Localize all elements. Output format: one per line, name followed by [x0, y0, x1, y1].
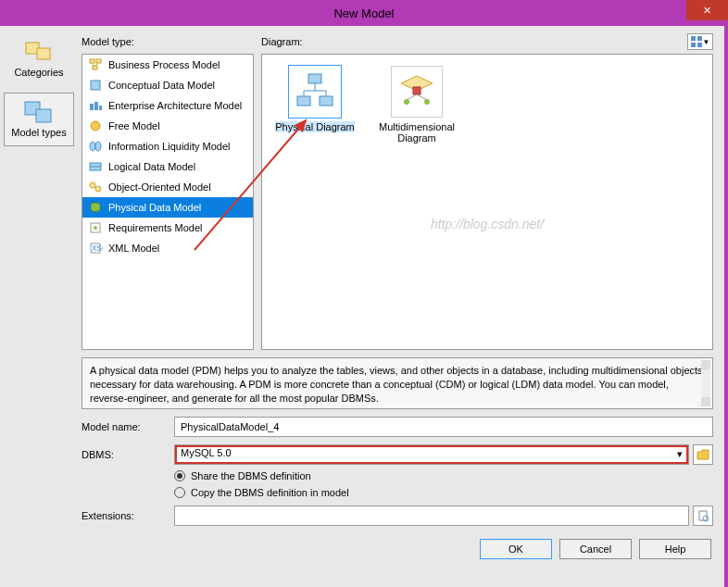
close-button[interactable]: ✕ [686, 0, 728, 20]
categories-icon [24, 41, 54, 63]
main-area: Categories Model types Model type: Diagr… [0, 26, 728, 587]
content-area: Model type: Diagram: ▼ Business Process … [78, 26, 728, 587]
radio-icon [174, 470, 185, 481]
dbms-value: MySQL 5.0 [181, 447, 232, 458]
model-name-label: Model name: [82, 421, 170, 432]
svg-rect-10 [93, 66, 97, 69]
list-item: Enterprise Architecture Model [82, 95, 253, 116]
diagram-header: Diagram: [261, 36, 680, 47]
list-item-label: XML Model [108, 243, 159, 254]
list-item-label: Physical Data Model [108, 202, 201, 213]
svg-rect-35 [413, 87, 420, 94]
svg-rect-6 [691, 43, 696, 47]
model-types-icon [24, 101, 54, 123]
svg-rect-30 [320, 96, 333, 106]
title-bar: New Model ✕ [0, 0, 728, 26]
view-mode-button[interactable]: ▼ [687, 33, 713, 50]
svg-rect-4 [691, 36, 696, 41]
help-button[interactable]: Help [639, 539, 711, 559]
list-item-label: Object-Oriented Model [108, 181, 211, 193]
list-item-label: Requirements Model [108, 222, 203, 233]
categories-label: Categories [14, 67, 63, 78]
window-title: New Model [333, 6, 394, 20]
browse-dbms-button[interactable] [693, 444, 713, 465]
list-item: Object-Oriented Model [82, 177, 253, 197]
model-icon [88, 221, 103, 234]
svg-text:xsd: xsd [92, 242, 103, 253]
folder-icon [697, 448, 709, 461]
model-icon [88, 140, 103, 153]
list-item-label: Enterprise Architecture Model [108, 100, 242, 111]
model-icon [88, 119, 103, 132]
radio-share[interactable]: Share the DBMS definition [174, 470, 713, 481]
annotation-highlight [175, 445, 688, 464]
model-icon: xsd [88, 242, 103, 255]
diagram-item-physical[interactable]: Physical Diagram [273, 66, 357, 132]
list-item: Conceptual Data Model [82, 75, 253, 95]
svg-point-16 [90, 142, 95, 151]
model-type-header: Model type: [82, 36, 254, 47]
list-item: xsdXML Model [82, 238, 253, 258]
list-item-label: Free Model [108, 120, 160, 131]
svg-point-17 [95, 142, 101, 151]
panels-row: Business Process Model Conceptual Data M… [82, 54, 713, 350]
watermark: http://blog.csdn.net/ [431, 217, 544, 231]
model-icon [88, 201, 103, 214]
list-item: Requirements Model [82, 218, 253, 238]
svg-rect-8 [90, 59, 94, 63]
model-icon [88, 58, 103, 71]
extensions-input[interactable] [174, 506, 689, 526]
model-name-row: Model name: [82, 417, 713, 437]
list-item-label: Logical Data Model [108, 161, 195, 172]
diagram-label: Multidimensional Diagram [375, 121, 458, 144]
scrollbar[interactable] [701, 360, 710, 406]
svg-point-15 [91, 121, 100, 131]
categories-tab[interactable]: Categories [4, 33, 74, 85]
diagram-label: Physical Diagram [275, 121, 355, 132]
svg-point-21 [95, 186, 101, 192]
radio-icon [174, 487, 185, 498]
dialog-buttons: OK Cancel Help [82, 539, 713, 559]
svg-line-39 [417, 94, 427, 100]
svg-rect-14 [99, 106, 102, 110]
model-icon [88, 79, 103, 92]
list-item: Business Process Model [82, 55, 253, 75]
close-icon: ✕ [703, 5, 711, 17]
diagram-item-multidim[interactable]: Multidimensional Diagram [375, 66, 458, 144]
description-text: A physical data model (PDM) helps you to… [90, 365, 703, 404]
svg-rect-13 [94, 102, 98, 110]
left-navigation: Categories Model types [0, 26, 78, 587]
ok-button[interactable]: OK [480, 539, 552, 559]
list-item: Information Liquidity Model [82, 136, 253, 156]
model-types-tab[interactable]: Model types [4, 93, 74, 146]
show-extensions-button[interactable] [693, 506, 713, 526]
model-icon [88, 99, 103, 112]
svg-rect-12 [90, 104, 94, 110]
radio-copy[interactable]: Copy the DBMS definition in model [174, 487, 713, 498]
chevron-down-icon: ▾ [677, 448, 683, 460]
list-item-label: Conceptual Data Model [108, 80, 215, 91]
list-item: Free Model [82, 116, 253, 136]
model-types-label: Model types [11, 127, 66, 138]
svg-rect-28 [308, 74, 321, 83]
svg-rect-11 [91, 81, 100, 90]
model-type-list[interactable]: Business Process Model Conceptual Data M… [82, 54, 254, 350]
svg-line-38 [407, 94, 417, 100]
list-item-label: Business Process Model [108, 59, 220, 70]
list-item: Logical Data Model [82, 156, 253, 177]
headers-row: Model type: Diagram: ▼ [82, 33, 713, 50]
dbms-select[interactable]: MySQL 5.0 ▾ [174, 444, 689, 465]
svg-point-25 [94, 226, 97, 230]
chevron-down-icon: ▼ [703, 38, 710, 46]
list-item-label: Information Liquidity Model [108, 141, 230, 152]
dbms-label: DBMS: [82, 449, 170, 460]
document-icon [697, 509, 709, 522]
svg-rect-7 [697, 43, 702, 47]
multidim-diagram-icon [397, 72, 436, 111]
svg-rect-5 [697, 36, 702, 41]
description-box: A physical data model (PDM) helps you to… [82, 357, 713, 409]
cancel-button[interactable]: Cancel [559, 539, 632, 559]
model-name-input[interactable] [174, 417, 713, 437]
svg-rect-29 [297, 96, 310, 106]
model-icon [88, 160, 103, 173]
